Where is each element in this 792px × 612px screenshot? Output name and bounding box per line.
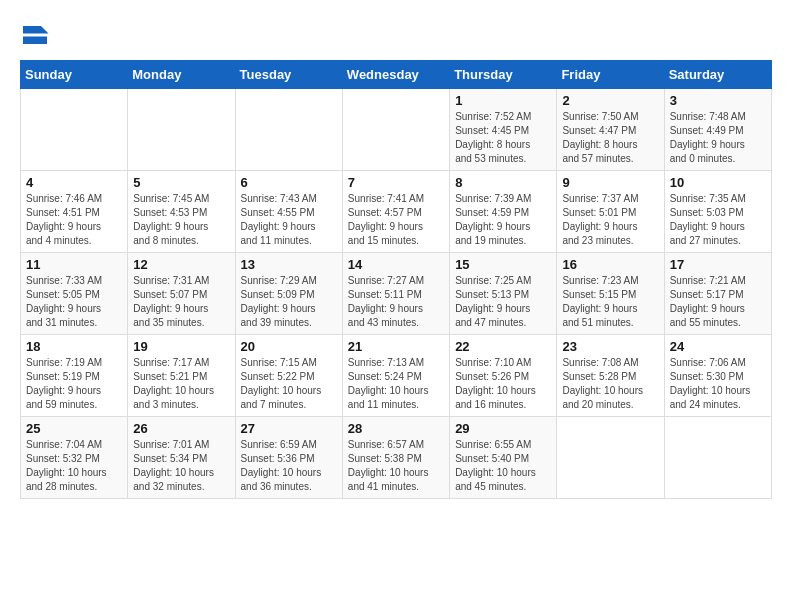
calendar-cell: 29Sunrise: 6:55 AM Sunset: 5:40 PM Dayli… (450, 417, 557, 499)
calendar-cell: 13Sunrise: 7:29 AM Sunset: 5:09 PM Dayli… (235, 253, 342, 335)
day-number: 27 (241, 421, 337, 436)
calendar-cell: 2Sunrise: 7:50 AM Sunset: 4:47 PM Daylig… (557, 89, 664, 171)
day-number: 8 (455, 175, 551, 190)
day-info: Sunrise: 7:19 AM Sunset: 5:19 PM Dayligh… (26, 356, 122, 412)
day-info: Sunrise: 7:10 AM Sunset: 5:26 PM Dayligh… (455, 356, 551, 412)
day-info: Sunrise: 7:04 AM Sunset: 5:32 PM Dayligh… (26, 438, 122, 494)
day-number: 28 (348, 421, 444, 436)
calendar-cell: 4Sunrise: 7:46 AM Sunset: 4:51 PM Daylig… (21, 171, 128, 253)
calendar-cell: 18Sunrise: 7:19 AM Sunset: 5:19 PM Dayli… (21, 335, 128, 417)
day-info: Sunrise: 7:27 AM Sunset: 5:11 PM Dayligh… (348, 274, 444, 330)
calendar-cell: 14Sunrise: 7:27 AM Sunset: 5:11 PM Dayli… (342, 253, 449, 335)
day-number: 2 (562, 93, 658, 108)
calendar-cell: 27Sunrise: 6:59 AM Sunset: 5:36 PM Dayli… (235, 417, 342, 499)
day-number: 12 (133, 257, 229, 272)
day-number: 11 (26, 257, 122, 272)
day-info: Sunrise: 7:17 AM Sunset: 5:21 PM Dayligh… (133, 356, 229, 412)
day-info: Sunrise: 6:55 AM Sunset: 5:40 PM Dayligh… (455, 438, 551, 494)
day-info: Sunrise: 7:23 AM Sunset: 5:15 PM Dayligh… (562, 274, 658, 330)
calendar-cell: 11Sunrise: 7:33 AM Sunset: 5:05 PM Dayli… (21, 253, 128, 335)
day-number: 23 (562, 339, 658, 354)
day-number: 24 (670, 339, 766, 354)
day-number: 3 (670, 93, 766, 108)
day-info: Sunrise: 7:33 AM Sunset: 5:05 PM Dayligh… (26, 274, 122, 330)
calendar-cell: 20Sunrise: 7:15 AM Sunset: 5:22 PM Dayli… (235, 335, 342, 417)
calendar-cell (342, 89, 449, 171)
day-header-tuesday: Tuesday (235, 61, 342, 89)
logo (20, 20, 52, 50)
calendar-cell: 3Sunrise: 7:48 AM Sunset: 4:49 PM Daylig… (664, 89, 771, 171)
calendar-cell: 9Sunrise: 7:37 AM Sunset: 5:01 PM Daylig… (557, 171, 664, 253)
day-number: 19 (133, 339, 229, 354)
day-info: Sunrise: 7:25 AM Sunset: 5:13 PM Dayligh… (455, 274, 551, 330)
day-number: 22 (455, 339, 551, 354)
calendar-cell: 21Sunrise: 7:13 AM Sunset: 5:24 PM Dayli… (342, 335, 449, 417)
week-row-5: 25Sunrise: 7:04 AM Sunset: 5:32 PM Dayli… (21, 417, 772, 499)
day-info: Sunrise: 7:06 AM Sunset: 5:30 PM Dayligh… (670, 356, 766, 412)
calendar-cell: 15Sunrise: 7:25 AM Sunset: 5:13 PM Dayli… (450, 253, 557, 335)
calendar-cell: 23Sunrise: 7:08 AM Sunset: 5:28 PM Dayli… (557, 335, 664, 417)
day-info: Sunrise: 7:13 AM Sunset: 5:24 PM Dayligh… (348, 356, 444, 412)
day-info: Sunrise: 7:08 AM Sunset: 5:28 PM Dayligh… (562, 356, 658, 412)
calendar-cell: 5Sunrise: 7:45 AM Sunset: 4:53 PM Daylig… (128, 171, 235, 253)
day-number: 9 (562, 175, 658, 190)
day-header-monday: Monday (128, 61, 235, 89)
day-number: 7 (348, 175, 444, 190)
calendar-cell: 7Sunrise: 7:41 AM Sunset: 4:57 PM Daylig… (342, 171, 449, 253)
logo-icon (20, 20, 50, 50)
day-number: 4 (26, 175, 122, 190)
day-number: 5 (133, 175, 229, 190)
calendar-cell: 19Sunrise: 7:17 AM Sunset: 5:21 PM Dayli… (128, 335, 235, 417)
day-info: Sunrise: 7:35 AM Sunset: 5:03 PM Dayligh… (670, 192, 766, 248)
day-info: Sunrise: 7:15 AM Sunset: 5:22 PM Dayligh… (241, 356, 337, 412)
day-header-saturday: Saturday (664, 61, 771, 89)
week-row-2: 4Sunrise: 7:46 AM Sunset: 4:51 PM Daylig… (21, 171, 772, 253)
calendar-cell: 17Sunrise: 7:21 AM Sunset: 5:17 PM Dayli… (664, 253, 771, 335)
calendar-cell: 28Sunrise: 6:57 AM Sunset: 5:38 PM Dayli… (342, 417, 449, 499)
calendar-cell: 22Sunrise: 7:10 AM Sunset: 5:26 PM Dayli… (450, 335, 557, 417)
day-info: Sunrise: 7:50 AM Sunset: 4:47 PM Dayligh… (562, 110, 658, 166)
day-number: 6 (241, 175, 337, 190)
day-number: 16 (562, 257, 658, 272)
svg-rect-2 (23, 26, 41, 34)
calendar-cell: 26Sunrise: 7:01 AM Sunset: 5:34 PM Dayli… (128, 417, 235, 499)
day-header-wednesday: Wednesday (342, 61, 449, 89)
day-number: 18 (26, 339, 122, 354)
day-number: 1 (455, 93, 551, 108)
day-info: Sunrise: 7:29 AM Sunset: 5:09 PM Dayligh… (241, 274, 337, 330)
calendar-header-row: SundayMondayTuesdayWednesdayThursdayFrid… (21, 61, 772, 89)
day-number: 15 (455, 257, 551, 272)
day-info: Sunrise: 6:59 AM Sunset: 5:36 PM Dayligh… (241, 438, 337, 494)
day-number: 26 (133, 421, 229, 436)
day-number: 14 (348, 257, 444, 272)
day-info: Sunrise: 7:01 AM Sunset: 5:34 PM Dayligh… (133, 438, 229, 494)
day-number: 25 (26, 421, 122, 436)
week-row-4: 18Sunrise: 7:19 AM Sunset: 5:19 PM Dayli… (21, 335, 772, 417)
week-row-1: 1Sunrise: 7:52 AM Sunset: 4:45 PM Daylig… (21, 89, 772, 171)
calendar-cell (128, 89, 235, 171)
calendar-cell (664, 417, 771, 499)
calendar-cell: 24Sunrise: 7:06 AM Sunset: 5:30 PM Dayli… (664, 335, 771, 417)
week-row-3: 11Sunrise: 7:33 AM Sunset: 5:05 PM Dayli… (21, 253, 772, 335)
day-info: Sunrise: 7:37 AM Sunset: 5:01 PM Dayligh… (562, 192, 658, 248)
day-number: 20 (241, 339, 337, 354)
page-header (20, 20, 772, 50)
day-info: Sunrise: 7:39 AM Sunset: 4:59 PM Dayligh… (455, 192, 551, 248)
calendar-cell: 25Sunrise: 7:04 AM Sunset: 5:32 PM Dayli… (21, 417, 128, 499)
calendar-table: SundayMondayTuesdayWednesdayThursdayFrid… (20, 60, 772, 499)
calendar-cell: 6Sunrise: 7:43 AM Sunset: 4:55 PM Daylig… (235, 171, 342, 253)
calendar-cell: 16Sunrise: 7:23 AM Sunset: 5:15 PM Dayli… (557, 253, 664, 335)
day-number: 13 (241, 257, 337, 272)
calendar-cell (235, 89, 342, 171)
day-info: Sunrise: 7:21 AM Sunset: 5:17 PM Dayligh… (670, 274, 766, 330)
day-number: 29 (455, 421, 551, 436)
day-header-sunday: Sunday (21, 61, 128, 89)
day-info: Sunrise: 7:46 AM Sunset: 4:51 PM Dayligh… (26, 192, 122, 248)
calendar-cell: 12Sunrise: 7:31 AM Sunset: 5:07 PM Dayli… (128, 253, 235, 335)
day-info: Sunrise: 7:43 AM Sunset: 4:55 PM Dayligh… (241, 192, 337, 248)
day-number: 10 (670, 175, 766, 190)
day-header-thursday: Thursday (450, 61, 557, 89)
svg-rect-0 (20, 20, 50, 50)
day-info: Sunrise: 7:45 AM Sunset: 4:53 PM Dayligh… (133, 192, 229, 248)
day-number: 17 (670, 257, 766, 272)
